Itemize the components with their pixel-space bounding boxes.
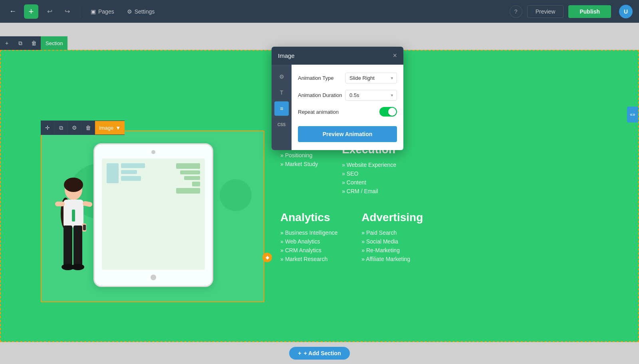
settings-icon: ⚙ (127, 8, 132, 15)
execution-list: Website Experience SEO Content CRM / Ema… (342, 162, 396, 194)
undo-icon: ↩ (47, 8, 52, 15)
preview-animation-button[interactable]: Preview Animation (298, 126, 397, 142)
analytics-item-1: Business Intelligence (280, 229, 337, 236)
repeat-animation-row: Repeat animation (298, 107, 397, 117)
help-button[interactable]: ? (510, 5, 522, 18)
advertising-column: Advertising Paid Search Social Media Re-… (361, 211, 423, 265)
advertising-item-4: Affiliate Marketing (361, 256, 423, 262)
delete-element-button[interactable]: 🗑 (81, 121, 95, 135)
section-toolbar: + ⧉ 🗑 Section (0, 36, 67, 50)
tablet-frame (93, 143, 213, 287)
analytics-column: Analytics Business Intelligence Web Anal… (280, 211, 337, 265)
element-toolbar: ✛ ⧉ ⚙ 🗑 Image ▼ (41, 121, 125, 135)
strategy-column: ROI Analysis Positioning Market Study (280, 143, 318, 197)
redo-icon: ↪ (65, 8, 70, 15)
panel-close-button[interactable]: × (393, 51, 397, 60)
tab-settings[interactable]: ⚙ (274, 69, 289, 84)
svg-rect-6 (82, 201, 93, 207)
undo-button[interactable]: ↩ (43, 5, 56, 18)
animation-duration-select-wrapper: 0.5s 0.3s 0.8s 1s 1.5s 2s (345, 90, 397, 101)
tab-animation[interactable]: ≡ (274, 101, 289, 116)
settings-button[interactable]: ⚙ Settings (123, 6, 159, 17)
bottom-columns: Analytics Business Intelligence Web Anal… (280, 211, 614, 265)
tab-text[interactable]: T (274, 85, 289, 100)
panel-body: ⚙ T ≡ CSS Animation Type (272, 65, 403, 150)
element-settings-button[interactable]: ⚙ (68, 121, 81, 135)
analytics-item-2: Web Analytics (280, 238, 337, 245)
panel-header: Image × (272, 47, 403, 65)
delete-section-button[interactable]: 🗑 (27, 36, 41, 50)
screen-content (102, 158, 205, 202)
execution-item-1: Website Experience (342, 162, 396, 168)
pages-label: Pages (98, 8, 114, 15)
add-section-bar: + + Add Section (0, 342, 639, 364)
tablet-screen (102, 158, 205, 270)
screen-row-1 (107, 163, 200, 194)
back-icon: ← (9, 7, 16, 16)
toggle-knob (388, 108, 396, 116)
image-properties-panel: Image × ⚙ T ≡ CSS (272, 47, 403, 150)
screen-block-sm (121, 170, 137, 174)
analytics-item-4: Market Research (280, 256, 337, 262)
duplicate-section-button[interactable]: ⧉ (14, 36, 27, 50)
analytics-title: Analytics (280, 211, 337, 224)
analytics-item-3: CRM Analytics (280, 247, 337, 253)
content-columns: ROI Analysis Positioning Market Study Ex… (280, 143, 614, 197)
animation-duration-select[interactable]: 0.5s 0.3s 0.8s 1s 1.5s 2s (345, 90, 397, 101)
svg-rect-7 (64, 226, 72, 265)
element-type-label: Image (99, 125, 113, 131)
side-panel-toggle[interactable]: «» (627, 107, 638, 123)
duplicate-element-button[interactable]: ⧉ (54, 121, 68, 135)
screen-block-tall (107, 163, 119, 183)
plus-icon: + (29, 6, 34, 17)
execution-item-3: Content (342, 179, 396, 186)
pages-icon: ▣ (91, 8, 96, 15)
sr-block-5 (176, 188, 200, 194)
analytics-list: Business Intelligence Web Analytics CRM … (280, 229, 337, 262)
add-section-label: + Add Section (304, 350, 341, 356)
person-figure (50, 178, 97, 289)
css-tab-label: CSS (278, 123, 286, 127)
repeat-animation-toggle[interactable] (379, 107, 397, 117)
tab-css[interactable]: CSS (274, 117, 289, 132)
help-icon: ? (514, 8, 518, 15)
svg-point-12 (71, 264, 84, 270)
add-button[interactable]: + (24, 4, 38, 19)
screen-col-1 (121, 163, 145, 181)
image-element[interactable] (41, 131, 264, 302)
preview-button[interactable]: Preview (527, 5, 564, 18)
element-type-button[interactable]: Image ▼ (95, 121, 125, 135)
resize-handle[interactable]: ◆ (262, 253, 272, 262)
settings-label: Settings (135, 8, 155, 15)
move-element-button[interactable]: ✛ (41, 121, 54, 135)
add-section-icon: + (298, 350, 301, 356)
svg-rect-5 (55, 202, 65, 206)
tablet-home-button (151, 275, 156, 280)
execution-item-2: SEO (342, 170, 396, 177)
animation-duration-row: Animation Duration 0.5s 0.3s 0.8s 1s 1.5… (298, 90, 397, 101)
strategy-item-3: Market Study (280, 161, 318, 167)
back-button[interactable]: ← (6, 5, 19, 18)
preview-animation-label: Preview Animation (323, 131, 373, 137)
sr-block-3 (184, 176, 200, 180)
advertising-list: Paid Search Social Media Re-Marketing Af… (361, 229, 423, 262)
add-section-button[interactable]: + + Add Section (289, 347, 349, 360)
sr-block-1 (176, 163, 200, 169)
tablet-camera (151, 150, 155, 154)
publish-button[interactable]: Publish (568, 5, 611, 18)
animation-duration-label: Animation Duration (298, 92, 342, 98)
advertising-item-2: Social Media (361, 238, 423, 245)
strategy-item-2: Positioning (280, 152, 318, 158)
redo-button[interactable]: ↪ (61, 5, 73, 18)
execution-column: Execution Website Experience SEO Content… (342, 143, 396, 197)
canvas-area: + ⧉ 🗑 Section ✛ ⧉ ⚙ 🗑 Image ▼ (0, 23, 639, 364)
pages-button[interactable]: ▣ Pages (87, 6, 118, 17)
add-section-tool-button[interactable]: + (0, 36, 14, 50)
settings-tab-icon: ⚙ (279, 73, 284, 80)
user-avatar[interactable]: U (619, 5, 633, 18)
panel-title: Image (278, 52, 295, 59)
advertising-title: Advertising (361, 211, 423, 224)
publish-label: Publish (579, 8, 600, 15)
advertising-item-1: Paid Search (361, 229, 423, 236)
animation-type-select[interactable]: Slide Right None Fade In Slide Left Slid… (345, 73, 397, 83)
